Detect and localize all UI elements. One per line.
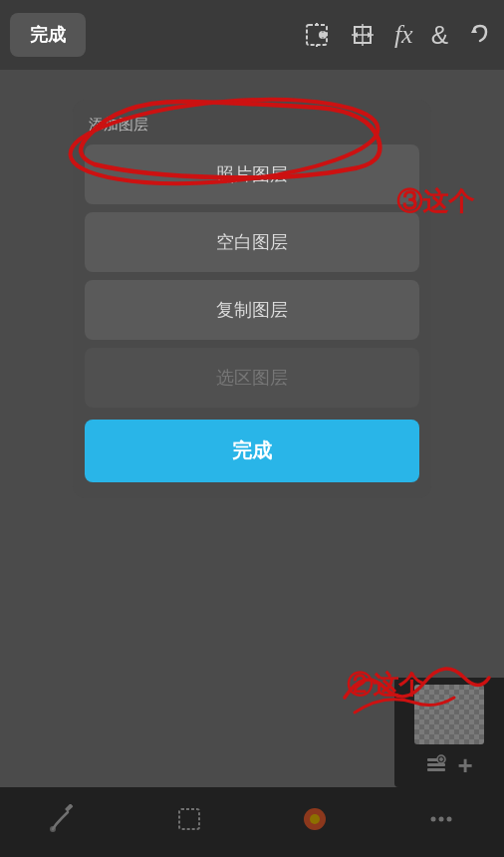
modal-overlay: 添加图层 照片图层 空白图层 复制图层 选区图层 完成 <box>0 70 504 857</box>
transform-icon[interactable] <box>349 21 377 49</box>
photo-layer-button[interactable]: 照片图层 <box>85 144 419 204</box>
selection-icon[interactable] <box>303 21 331 49</box>
modal-done-button[interactable]: 完成 <box>85 420 419 482</box>
selection-layer-button: 选区图层 <box>85 348 419 408</box>
done-button[interactable]: 完成 <box>10 13 86 57</box>
blend-icon[interactable]: & <box>431 20 448 51</box>
fx-icon[interactable]: fx <box>394 20 413 50</box>
modal-title: 添加图层 <box>85 110 419 137</box>
copy-layer-button[interactable]: 复制图层 <box>85 280 419 340</box>
toolbar-icons: fx & <box>303 20 494 51</box>
blank-layer-button[interactable]: 空白图层 <box>85 212 419 272</box>
top-toolbar: 完成 fx & <box>0 0 504 70</box>
add-layer-modal: 添加图层 照片图层 空白图层 复制图层 选区图层 完成 <box>73 100 431 498</box>
undo-icon[interactable] <box>466 21 494 49</box>
